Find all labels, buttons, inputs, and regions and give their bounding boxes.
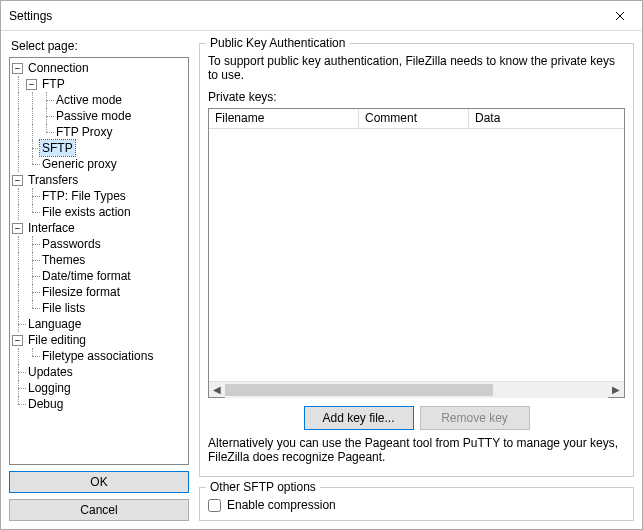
expander-icon[interactable]: − [12,175,23,186]
tree-item-filesize[interactable]: Filesize format [40,284,122,300]
group-title: Public Key Authentication [206,37,349,50]
enable-compression-label: Enable compression [227,498,336,512]
group-public-key-auth: Public Key Authentication To support pub… [199,43,634,477]
expander-icon[interactable]: − [26,79,37,90]
settings-window: Settings Select page: − Connection [0,0,643,530]
tree-item-transfers[interactable]: Transfers [26,172,80,188]
scroll-track[interactable] [225,382,608,398]
tree-item-filetype-assoc[interactable]: Filetype associations [40,348,155,364]
tree-item-generic-proxy[interactable]: Generic proxy [40,156,119,172]
tree-item-interface[interactable]: Interface [26,220,77,236]
expander-icon[interactable]: − [12,63,23,74]
add-key-file-button[interactable]: Add key file... [304,406,414,430]
tree-item-passive-mode[interactable]: Passive mode [54,108,133,124]
tree-item-passwords[interactable]: Passwords [40,236,103,252]
titlebar: Settings [1,1,642,31]
expander-icon[interactable]: − [12,335,23,346]
tree-item-ftp-proxy[interactable]: FTP Proxy [54,124,114,140]
close-button[interactable] [597,1,642,31]
page-tree[interactable]: − Connection − FTP Ac [9,57,189,465]
tree-item-file-lists[interactable]: File lists [40,300,87,316]
tree-item-connection[interactable]: Connection [26,60,91,76]
group-other-sftp: Other SFTP options Enable compression [199,487,634,521]
expander-icon[interactable]: − [12,223,23,234]
tree-item-active-mode[interactable]: Active mode [54,92,124,108]
ok-button[interactable]: OK [9,471,189,493]
tree-item-themes[interactable]: Themes [40,252,87,268]
close-icon [615,11,625,21]
tree-item-sftp[interactable]: SFTP [40,140,75,156]
scroll-thumb[interactable] [225,384,493,396]
select-page-label: Select page: [11,39,189,53]
right-panel: Public Key Authentication To support pub… [199,37,634,521]
body: Select page: − Connection − [1,31,642,529]
tree-item-datetime[interactable]: Date/time format [40,268,133,284]
alternative-text: Alternatively you can use the Pageant to… [208,436,625,464]
group-title: Other SFTP options [206,480,320,494]
tree-item-ftp-file-types[interactable]: FTP: File Types [40,188,128,204]
tree-item-file-editing[interactable]: File editing [26,332,88,348]
list-body[interactable] [209,129,624,381]
remove-key-button[interactable]: Remove key [420,406,530,430]
private-keys-list[interactable]: Filename Comment Data ◀ ▶ [208,108,625,398]
description-text: To support public key authentication, Fi… [208,54,625,82]
tree-item-updates[interactable]: Updates [26,364,75,380]
tree-item-language[interactable]: Language [26,316,83,332]
tree-item-file-exists[interactable]: File exists action [40,204,133,220]
tree-item-ftp[interactable]: FTP [40,76,67,92]
enable-compression-checkbox[interactable] [208,499,221,512]
scroll-right-icon[interactable]: ▶ [608,382,624,398]
tree-item-debug[interactable]: Debug [26,396,65,412]
enable-compression-row[interactable]: Enable compression [208,498,625,512]
horizontal-scrollbar[interactable]: ◀ ▶ [209,381,624,397]
scroll-left-icon[interactable]: ◀ [209,382,225,398]
list-header: Filename Comment Data [209,109,624,129]
col-data[interactable]: Data [469,109,624,128]
col-comment[interactable]: Comment [359,109,469,128]
cancel-button[interactable]: Cancel [9,499,189,521]
window-title: Settings [9,9,597,23]
key-buttons: Add key file... Remove key [208,406,625,430]
dialog-buttons: OK Cancel [9,471,189,521]
col-filename[interactable]: Filename [209,109,359,128]
tree-item-logging[interactable]: Logging [26,380,73,396]
private-keys-label: Private keys: [208,90,625,104]
left-panel: Select page: − Connection − [9,37,189,521]
